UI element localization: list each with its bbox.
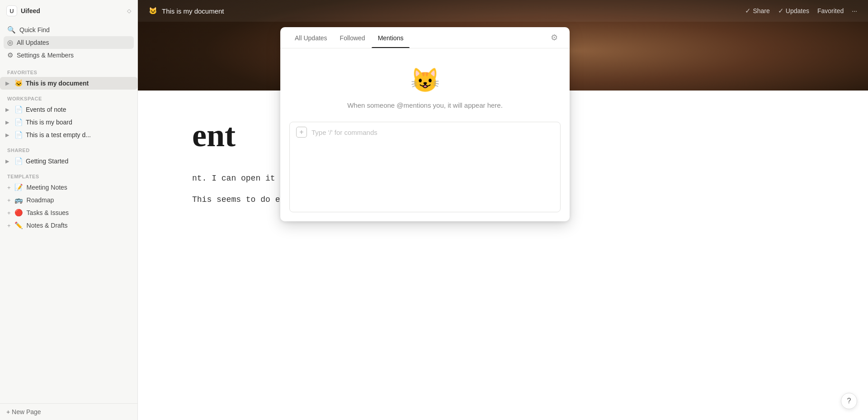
tab-mentions-label: Mentions (378, 34, 404, 42)
settings-icon: ⚙ (7, 51, 13, 59)
tab-mentions[interactable]: Mentions (372, 27, 410, 48)
doc-emoji: 📄 (14, 157, 23, 165)
topbar-actions: ✓ Share ✓ Updates Favorited ··· (745, 7, 857, 15)
search-icon: 🔍 (7, 26, 16, 34)
workspace-chevron-icon[interactable]: ◇ (127, 8, 131, 14)
sidebar-item-roadmap-label: Roadmap (27, 196, 54, 204)
tab-followed-label: Followed (340, 34, 365, 42)
doc-emoji: 🐱 (14, 79, 23, 87)
sidebar-item-this-is-my-document[interactable]: ▶ 🐱 This is my document (0, 77, 137, 90)
more-icon: ··· (852, 7, 857, 14)
popup-editor[interactable]: + Type '/' for commands (289, 122, 561, 212)
template-emoji: ✏️ (14, 221, 23, 229)
sidebar-item-this-is-a-test[interactable]: ▶ 📄 This is a test empty d... (0, 129, 137, 141)
sidebar-header: U Uifeed ◇ (0, 0, 137, 22)
sidebar-item-quick-find[interactable]: 🔍 Quick Find (4, 24, 134, 36)
updates-label: Updates (786, 7, 809, 14)
editor-placeholder: Type '/' for commands (311, 129, 377, 136)
sidebar-item-this-is-my-board-label: This is my board (26, 119, 134, 126)
sidebar-item-meeting-notes-label: Meeting Notes (27, 184, 67, 191)
empty-cat-emoji: 😺 (410, 67, 440, 93)
doc-title: This is my document (162, 7, 224, 15)
tab-all-updates[interactable]: All Updates (288, 27, 334, 48)
popup-empty-icon: 😺 (410, 67, 440, 94)
help-button[interactable]: ? (841, 393, 857, 409)
doc-topbar: 🐱 This is my document ✓ Share ✓ Updates … (138, 0, 868, 22)
plus-icon: + (7, 210, 11, 216)
doc-emoji: 🐱 (149, 7, 157, 15)
popup-editor-toolbar: + Type '/' for commands (290, 122, 560, 142)
editor-plus-button[interactable]: + (296, 127, 307, 138)
share-label: Share (753, 7, 769, 14)
help-label: ? (847, 397, 851, 405)
popup-settings-gear-icon[interactable]: ⚙ (547, 29, 561, 46)
plus-icon: + (7, 222, 11, 229)
more-action[interactable]: ··· (852, 7, 857, 14)
popup-empty-text: When someone @mentions you, it will appe… (347, 101, 503, 109)
sidebar-item-this-is-a-test-label: This is a test empty d... (26, 131, 134, 138)
doc-emoji: 📄 (14, 131, 23, 139)
sidebar-item-notes-drafts[interactable]: + ✏️ Notes & Drafts (0, 219, 137, 232)
template-emoji: 📝 (14, 183, 23, 191)
popup-tab-bar: All Updates Followed Mentions ⚙ (280, 27, 570, 48)
template-emoji: 🔴 (14, 209, 23, 217)
share-action[interactable]: ✓ Share (745, 7, 769, 15)
sidebar-item-settings[interactable]: ⚙ Settings & Members (4, 49, 134, 62)
tab-followed[interactable]: Followed (334, 27, 372, 48)
sidebar-item-meeting-notes[interactable]: + 📝 Meeting Notes (0, 181, 137, 194)
doc-emoji: 📄 (14, 105, 23, 114)
sidebar-nav: 🔍 Quick Find ◎ All Updates ⚙ Settings & … (0, 22, 137, 63)
workspace-section-label: WORKSPACE (0, 90, 137, 103)
favorited-label: Favorited (817, 7, 844, 14)
workspace-logo: U (6, 5, 17, 16)
shared-section-label: SHARED (0, 141, 137, 155)
tab-all-updates-label: All Updates (295, 34, 327, 42)
sidebar-item-events-of-note[interactable]: ▶ 📄 Events of note (0, 103, 137, 116)
updates-icon: ◎ (7, 38, 13, 47)
workspace-name: Uifeed (21, 7, 123, 14)
main-content: 🐱 This is my document ✓ Share ✓ Updates … (138, 0, 868, 420)
templates-section-label: TEMPLATES (0, 167, 137, 181)
doc-heading-text: ent (192, 117, 236, 153)
sidebar-item-quick-find-label: Quick Find (19, 26, 50, 33)
plus-icon: + (7, 197, 11, 204)
template-emoji: 🚌 (14, 196, 23, 204)
sidebar: U Uifeed ◇ 🔍 Quick Find ◎ All Updates ⚙ … (0, 0, 138, 420)
doc-text-line1: nt. I can open it up. (192, 174, 295, 183)
new-page-label: + New Page (6, 408, 41, 415)
chevron-icon: ▶ (5, 119, 12, 125)
chevron-icon: ▶ (5, 158, 12, 164)
updates-popup: All Updates Followed Mentions ⚙ 😺 When s… (280, 27, 570, 221)
sidebar-item-this-is-my-document-label: This is my document (26, 80, 134, 87)
sidebar-item-tasks-issues-label: Tasks & Issues (27, 209, 69, 216)
popup-body: 😺 When someone @mentions you, it will ap… (280, 48, 570, 221)
plus-icon: + (7, 184, 11, 191)
sidebar-item-this-is-my-board[interactable]: ▶ 📄 This is my board (0, 116, 137, 129)
favorites-section-label: FAVORITES (0, 63, 137, 77)
sidebar-item-settings-label: Settings & Members (17, 52, 74, 59)
check-icon: ✓ (745, 7, 751, 15)
sidebar-item-events-of-note-label: Events of note (26, 106, 134, 113)
chevron-icon: ▶ (5, 81, 12, 86)
chevron-icon: ▶ (5, 107, 12, 113)
plus-icon: + (299, 128, 303, 136)
sidebar-item-all-updates-label: All Updates (17, 39, 49, 46)
sidebar-item-tasks-issues[interactable]: + 🔴 Tasks & Issues (0, 206, 137, 219)
check-icon: ✓ (778, 7, 784, 15)
chevron-icon: ▶ (5, 132, 12, 138)
updates-action[interactable]: ✓ Updates (778, 7, 809, 15)
doc-title-area: 🐱 This is my document (149, 7, 224, 15)
sidebar-item-notes-drafts-label: Notes & Drafts (27, 222, 68, 229)
sidebar-item-getting-started-label: Getting Started (26, 158, 134, 165)
sidebar-item-roadmap[interactable]: + 🚌 Roadmap (0, 194, 137, 206)
sidebar-item-getting-started[interactable]: ▶ 📄 Getting Started (0, 155, 137, 167)
new-page-button[interactable]: + New Page (0, 403, 137, 420)
doc-emoji: 📄 (14, 118, 23, 126)
favorited-action[interactable]: Favorited (817, 7, 844, 14)
sidebar-item-all-updates[interactable]: ◎ All Updates (4, 36, 134, 49)
editor-content-area[interactable] (290, 142, 560, 212)
